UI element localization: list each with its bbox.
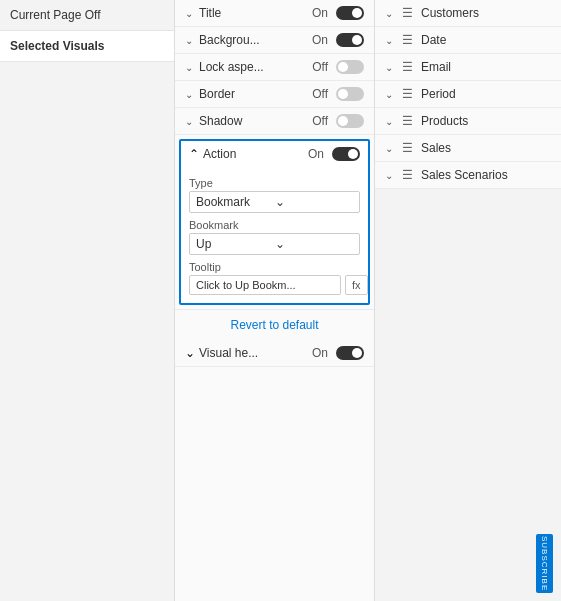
border-toggle-knob (338, 89, 348, 99)
background-label: Backgrou... (199, 33, 308, 47)
border-toggle[interactable] (336, 87, 364, 101)
right-item-period[interactable]: ⌄ ☰ Period (375, 81, 561, 108)
sales-scenarios-table-icon: ☰ (399, 167, 415, 183)
current-page-item[interactable]: Current Page Off (0, 0, 174, 31)
border-chevron-icon: ⌄ (185, 89, 193, 100)
tooltip-input[interactable] (189, 275, 341, 295)
lock-aspect-toggle-track[interactable] (336, 60, 364, 74)
middle-panel: ⌄ Title On ⌄ Backgrou... On ⌄ Lock aspe.… (175, 0, 375, 601)
title-toggle-knob (352, 8, 362, 18)
period-chevron-icon: ⌄ (385, 89, 393, 100)
subscribe-badge: SUBSCRIBE (536, 534, 553, 593)
title-label: Title (199, 6, 308, 20)
visual-header-value: On (312, 346, 328, 360)
type-dropdown[interactable]: Bookmark ⌄ (189, 191, 360, 213)
border-property-row: ⌄ Border Off (175, 81, 374, 108)
left-panel: Current Page Off Selected Visuals (0, 0, 175, 601)
title-chevron-icon: ⌄ (185, 8, 193, 19)
right-item-sales-scenarios[interactable]: ⌄ ☰ Sales Scenarios (375, 162, 561, 189)
right-item-date[interactable]: ⌄ ☰ Date (375, 27, 561, 54)
current-page-label: Current Page Off (10, 8, 101, 22)
sales-scenarios-label: Sales Scenarios (421, 168, 508, 182)
background-toggle[interactable] (336, 33, 364, 47)
tooltip-field-label: Tooltip (189, 261, 360, 273)
bookmark-dropdown-arrow-icon: ⌄ (275, 237, 354, 251)
type-dropdown-arrow-icon: ⌄ (275, 195, 354, 209)
lock-aspect-toggle[interactable] (336, 60, 364, 74)
visual-header-toggle-knob (352, 348, 362, 358)
visual-header-toggle-track[interactable] (336, 346, 364, 360)
right-panel: ⌄ ☰ Customers ⌄ ☰ Date ⌄ ☰ Email ⌄ ☰ Per… (375, 0, 561, 189)
products-chevron-icon: ⌄ (385, 116, 393, 127)
bookmark-field-label: Bookmark (189, 219, 360, 231)
bookmark-dropdown-value: Up (196, 237, 275, 251)
email-chevron-icon: ⌄ (385, 62, 393, 73)
date-table-icon: ☰ (399, 32, 415, 48)
sales-chevron-icon: ⌄ (385, 143, 393, 154)
right-item-products[interactable]: ⌄ ☰ Products (375, 108, 561, 135)
shadow-chevron-icon: ⌄ (185, 116, 193, 127)
lock-aspect-property-row: ⌄ Lock aspe... Off (175, 54, 374, 81)
shadow-toggle[interactable] (336, 114, 364, 128)
visual-header-toggle[interactable] (336, 346, 364, 360)
shadow-value: Off (312, 114, 328, 128)
border-value: Off (312, 87, 328, 101)
right-item-sales[interactable]: ⌄ ☰ Sales (375, 135, 561, 162)
shadow-toggle-track[interactable] (336, 114, 364, 128)
visual-header-label: Visual he... (199, 346, 308, 360)
email-label: Email (421, 60, 451, 74)
title-property-row: ⌄ Title On (175, 0, 374, 27)
sales-label: Sales (421, 141, 451, 155)
fx-button[interactable]: fx (345, 275, 368, 295)
bookmark-dropdown[interactable]: Up ⌄ (189, 233, 360, 255)
title-toggle-track[interactable] (336, 6, 364, 20)
lock-aspect-value: Off (312, 60, 328, 74)
customers-chevron-icon: ⌄ (385, 8, 393, 19)
customers-table-icon: ☰ (399, 5, 415, 21)
title-value: On (312, 6, 328, 20)
customers-label: Customers (421, 6, 479, 20)
background-toggle-track[interactable] (336, 33, 364, 47)
date-label: Date (421, 33, 446, 47)
action-section: ⌃ Action On Type Bookmark ⌄ Bookmark Up … (179, 139, 370, 305)
visual-header-chevron-icon: ⌄ (185, 346, 195, 360)
action-body: Type Bookmark ⌄ Bookmark Up ⌄ Tooltip fx (181, 167, 368, 303)
products-label: Products (421, 114, 468, 128)
shadow-label: Shadow (199, 114, 308, 128)
background-property-row: ⌄ Backgrou... On (175, 27, 374, 54)
action-toggle-track[interactable] (332, 147, 360, 161)
background-value: On (312, 33, 328, 47)
selected-visuals-item[interactable]: Selected Visuals (0, 31, 174, 62)
email-table-icon: ☰ (399, 59, 415, 75)
action-toggle-knob (348, 149, 358, 159)
title-toggle[interactable] (336, 6, 364, 20)
action-value: On (308, 147, 324, 161)
action-header: ⌃ Action On (181, 141, 368, 167)
background-chevron-icon: ⌄ (185, 35, 193, 46)
revert-row: Revert to default (175, 309, 374, 340)
visual-header-row: ⌄ Visual he... On (175, 340, 374, 367)
border-toggle-track[interactable] (336, 87, 364, 101)
selected-visuals-label: Selected Visuals (10, 39, 105, 53)
shadow-property-row: ⌄ Shadow Off (175, 108, 374, 135)
period-label: Period (421, 87, 456, 101)
lock-aspect-label: Lock aspe... (199, 60, 308, 74)
products-table-icon: ☰ (399, 113, 415, 129)
action-label: Action (203, 147, 304, 161)
shadow-toggle-knob (338, 116, 348, 126)
right-item-customers[interactable]: ⌄ ☰ Customers (375, 0, 561, 27)
lock-aspect-chevron-icon: ⌄ (185, 62, 193, 73)
action-chevron-icon: ⌃ (189, 147, 199, 161)
tooltip-row: fx (189, 275, 360, 295)
right-panel-wrapper: ⌄ ☰ Customers ⌄ ☰ Date ⌄ ☰ Email ⌄ ☰ Per… (375, 0, 561, 601)
period-table-icon: ☰ (399, 86, 415, 102)
action-toggle[interactable] (332, 147, 360, 161)
right-item-email[interactable]: ⌄ ☰ Email (375, 54, 561, 81)
sales-table-icon: ☰ (399, 140, 415, 156)
date-chevron-icon: ⌄ (385, 35, 393, 46)
sales-scenarios-chevron-icon: ⌄ (385, 170, 393, 181)
lock-aspect-toggle-knob (338, 62, 348, 72)
revert-link[interactable]: Revert to default (230, 318, 318, 332)
type-dropdown-value: Bookmark (196, 195, 275, 209)
background-toggle-knob (352, 35, 362, 45)
